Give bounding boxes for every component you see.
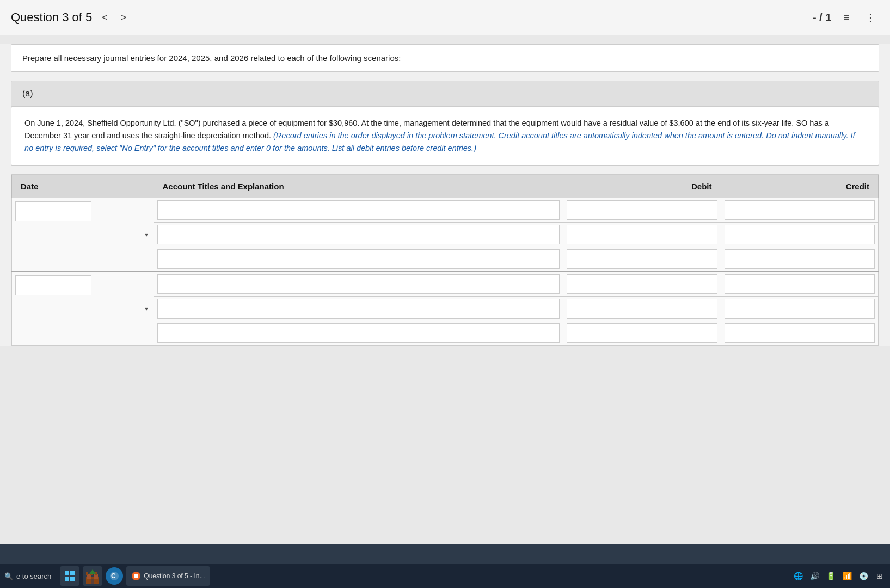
taskbar-network-icon: 🌐 bbox=[792, 570, 804, 582]
search-text: e to search bbox=[16, 572, 51, 580]
table-header-row: Date Account Titles and Explanation Debi… bbox=[12, 175, 879, 198]
taskbar-wifi-icon: 📶 bbox=[841, 570, 853, 582]
part-a-label: (a) bbox=[22, 89, 33, 98]
credit-input-1[interactable] bbox=[725, 200, 875, 220]
svg-rect-1 bbox=[70, 571, 75, 575]
instructions-box: Prepare all necessary journal entries fo… bbox=[11, 44, 879, 72]
table-row: ▾ bbox=[12, 198, 879, 222]
taskbar-search: 🔍 e to search bbox=[4, 572, 51, 580]
part-a-label-box: (a) bbox=[11, 81, 879, 107]
prev-button[interactable]: < bbox=[99, 11, 111, 24]
account-input-2[interactable] bbox=[157, 225, 560, 244]
question-nav: Question 3 of 5 < > bbox=[11, 10, 130, 24]
svg-rect-3 bbox=[70, 577, 75, 581]
question-body: Prepare all necessary journal entries fo… bbox=[0, 44, 890, 346]
date-input-1[interactable] bbox=[15, 201, 91, 221]
account-input-4[interactable] bbox=[157, 274, 560, 294]
taskbar-app-label: Question 3 of 5 - In... bbox=[144, 572, 205, 580]
col-debit: Debit bbox=[563, 175, 721, 198]
debit-input-3[interactable] bbox=[567, 249, 717, 269]
credit-input-4[interactable] bbox=[725, 274, 875, 294]
svg-rect-10 bbox=[91, 579, 94, 584]
header-right: - / 1 ≡ ⋮ bbox=[813, 10, 879, 25]
question-header: Question 3 of 5 < > - / 1 ≡ ⋮ bbox=[0, 0, 890, 35]
question-title: Question 3 of 5 bbox=[11, 10, 92, 24]
credit-input-6[interactable] bbox=[725, 323, 875, 343]
debit-input-2[interactable] bbox=[567, 225, 717, 244]
journal-table: Date Account Titles and Explanation Debi… bbox=[11, 175, 879, 346]
svg-rect-0 bbox=[65, 571, 69, 575]
account-input-3[interactable] bbox=[157, 249, 560, 269]
list-icon-button[interactable]: ≡ bbox=[840, 10, 853, 25]
taskbar-battery-icon: 🔋 bbox=[825, 570, 837, 582]
col-credit: Credit bbox=[721, 175, 878, 198]
taskbar-browser-icon[interactable]: C bbox=[106, 567, 123, 585]
debit-input-6[interactable] bbox=[567, 323, 717, 343]
taskbar-windows-icon: ⊞ bbox=[874, 570, 886, 582]
taskbar-start-icon[interactable] bbox=[60, 566, 79, 586]
date-input-2[interactable] bbox=[15, 275, 91, 295]
credit-input-3[interactable] bbox=[725, 249, 875, 269]
taskbar-app-button[interactable]: Question 3 of 5 - In... bbox=[126, 566, 210, 586]
chevron-down-icon-1: ▾ bbox=[145, 231, 148, 238]
scenario-main-text: On June 1, 2024, Sheffield Opportunity L… bbox=[24, 117, 866, 155]
score-display: - / 1 bbox=[813, 11, 831, 24]
taskbar-sound-icon: 🔊 bbox=[808, 570, 820, 582]
more-options-button[interactable]: ⋮ bbox=[862, 10, 879, 25]
taskbar-right: 🌐 🔊 🔋 📶 💿 ⊞ bbox=[792, 570, 886, 582]
credit-input-5[interactable] bbox=[725, 299, 875, 318]
debit-input-1[interactable] bbox=[567, 200, 717, 220]
account-input-6[interactable] bbox=[157, 323, 560, 343]
chevron-down-icon-2: ▾ bbox=[145, 305, 148, 313]
col-account: Account Titles and Explanation bbox=[154, 175, 563, 198]
account-input-5[interactable] bbox=[157, 299, 560, 318]
svg-text:C: C bbox=[111, 572, 116, 580]
col-date: Date bbox=[12, 175, 154, 198]
scenario-text-box: On June 1, 2024, Sheffield Opportunity L… bbox=[11, 107, 879, 166]
debit-input-4[interactable] bbox=[567, 274, 717, 294]
account-input-1[interactable] bbox=[157, 200, 560, 220]
svg-point-16 bbox=[134, 574, 138, 578]
search-icon: 🔍 bbox=[4, 572, 13, 580]
credit-input-2[interactable] bbox=[725, 225, 875, 244]
journal-table-container: Date Account Titles and Explanation Debi… bbox=[11, 174, 879, 346]
svg-rect-7 bbox=[86, 572, 88, 575]
instructions-text: Prepare all necessary journal entries fo… bbox=[22, 53, 401, 63]
debit-input-5[interactable] bbox=[567, 299, 717, 318]
next-button[interactable]: > bbox=[118, 11, 130, 24]
taskbar-castle-icon[interactable] bbox=[83, 566, 102, 586]
taskbar-dvd-icon: 💿 bbox=[857, 570, 869, 582]
svg-rect-2 bbox=[65, 577, 69, 581]
taskbar: 🔍 e to search C bbox=[0, 564, 890, 588]
table-row: ▾ bbox=[12, 272, 879, 297]
